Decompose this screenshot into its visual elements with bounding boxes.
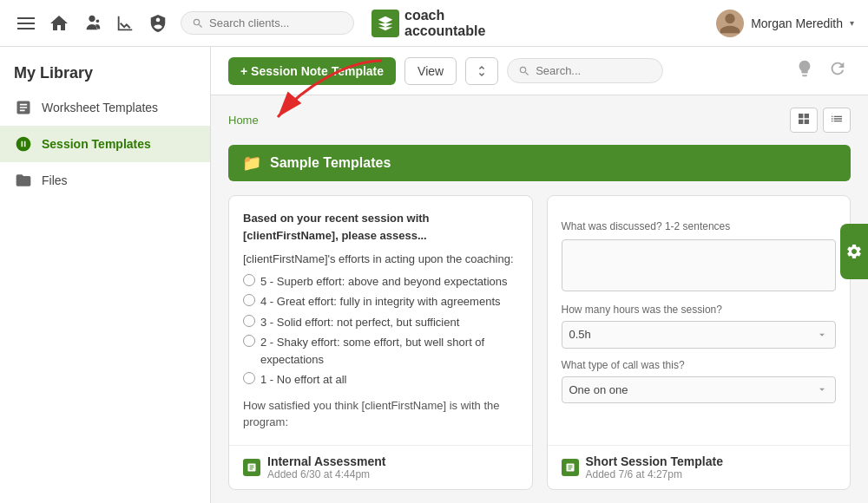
user-name: Morgan Meredith [751, 16, 843, 30]
radio-option-2: 4 - Great effort: fully in integrity wit… [243, 293, 518, 310]
card-body-internal: Based on your recent session with [clien… [229, 196, 532, 445]
option-text: 1 - No effort at all [260, 371, 346, 389]
radio-circle [243, 274, 255, 286]
sort-button[interactable] [465, 57, 498, 85]
user-profile[interactable]: Morgan Meredith ▾ [716, 10, 854, 37]
main-content: + Session Note Template View [211, 47, 868, 503]
call-type-select: One on one [562, 376, 837, 404]
view-button[interactable]: View [404, 57, 457, 85]
field-label-2: How many hours was the session? [562, 302, 837, 317]
template-icon [243, 459, 260, 476]
card-body-short-session: What was discussed? 1-2 sentences How ma… [548, 196, 851, 445]
svg-rect-2 [17, 28, 35, 29]
radio-circle [243, 294, 255, 306]
files-label: Files [42, 173, 68, 187]
brand-text: coach accountable [404, 8, 485, 38]
top-nav: coach accountable Morgan Meredith ▾ [0, 0, 868, 47]
toolbar-icon-group [792, 56, 851, 86]
template-search-input[interactable] [536, 64, 640, 77]
option-text: 4 - Great effort: fully in integrity wit… [260, 293, 501, 310]
avatar [716, 10, 744, 37]
radio-circle [243, 372, 255, 384]
sidebar-item-worksheet-templates[interactable]: Worksheet Templates [0, 89, 210, 126]
card-footer-short-session: Short Session Template Added 7/6 at 4:27… [548, 445, 851, 489]
breadcrumb-home[interactable]: Home [228, 114, 259, 127]
option-text: 5 - Superb effort: above and beyond expe… [260, 273, 508, 291]
folder-label: Sample Templates [270, 155, 391, 171]
radio-option-3: 3 - Solid effort: not perfect, but suffi… [243, 314, 518, 331]
card-question: Based on your recent session with [clien… [243, 210, 518, 244]
card-footer-internal: Internal Assessment Added 6/30 at 4:44pm [229, 445, 532, 489]
badge-icon[interactable] [146, 11, 170, 36]
sidebar-item-session-templates[interactable]: Session Templates [0, 126, 210, 162]
files-icon [14, 171, 33, 190]
list-view-button[interactable] [823, 108, 851, 133]
lightbulb-icon[interactable] [792, 56, 818, 86]
card-info-2: Short Session Template Added 7/6 at 4:27… [586, 454, 723, 480]
field-label-3: What type of call was this? [562, 357, 837, 373]
short-session-card: What was discussed? 1-2 sentences How ma… [547, 195, 852, 490]
card-date: Added 6/30 at 4:44pm [267, 468, 385, 480]
home-icon[interactable] [47, 11, 71, 36]
worksheet-templates-label: Worksheet Templates [42, 101, 158, 114]
content-toolbar: + Session Note Template View [211, 47, 868, 95]
sidebar-title: My Library [0, 54, 210, 89]
radio-circle [243, 335, 255, 347]
client-search-input[interactable] [209, 16, 331, 29]
session-icon [14, 134, 33, 154]
radio-option-4: 2 - Shaky effort: some effort, but well … [243, 334, 518, 368]
menu-icon[interactable] [14, 11, 38, 36]
sub-label: [clientFirstName]'s efforts in acting up… [243, 251, 518, 268]
svg-rect-1 [17, 23, 35, 24]
card-date-2: Added 7/6 at 4:27pm [586, 468, 723, 480]
radio-option-5: 1 - No effort at all [243, 371, 518, 389]
field-label-1: What was discussed? 1-2 sentences [562, 219, 837, 234]
template-icon-2 [562, 459, 579, 476]
client-search[interactable] [181, 11, 354, 35]
breadcrumb: Home [228, 108, 851, 133]
worksheet-icon [14, 98, 33, 117]
brand-logo: coach accountable [372, 8, 485, 38]
sidebar: My Library Worksheet Templates Session T… [0, 47, 211, 503]
option-text: 3 - Solid effort: not perfect, but suffi… [260, 314, 459, 331]
hours-input: 0.5h [562, 321, 837, 349]
option-text: 2 - Shaky effort: some effort, but well … [260, 334, 518, 368]
main-layout: My Library Worksheet Templates Session T… [0, 47, 868, 503]
footer-bottom-text: How satisfied you think [clientFirstName… [243, 397, 518, 431]
content-body: Home 📁 Sample Templates [211, 95, 868, 502]
radio-option-1: 5 - Superb effort: above and beyond expe… [243, 273, 518, 291]
svg-rect-0 [17, 17, 35, 19]
radio-circle [243, 315, 255, 327]
templates-grid: Based on your recent session with [clien… [228, 195, 851, 490]
card-title: Internal Assessment [267, 454, 385, 468]
sidebar-item-files[interactable]: Files [0, 162, 210, 199]
nav-icon-group [14, 11, 170, 36]
card-info: Internal Assessment Added 6/30 at 4:44pm [267, 454, 385, 480]
folder-icon: 📁 [242, 154, 261, 173]
chart-icon[interactable] [113, 11, 137, 36]
brand-icon [372, 10, 399, 37]
template-search[interactable] [507, 58, 663, 83]
chevron-down-icon: ▾ [850, 18, 854, 28]
gear-overlay[interactable] [840, 224, 868, 279]
refresh-icon[interactable] [825, 56, 851, 86]
gear-icon [845, 243, 863, 260]
session-templates-label: Session Templates [42, 137, 151, 151]
grid-view-button[interactable] [790, 108, 818, 133]
card-title-2: Short Session Template [586, 454, 723, 468]
org-icon[interactable] [80, 11, 104, 36]
add-session-template-button[interactable]: + Session Note Template [228, 57, 396, 85]
textarea-mock [562, 239, 837, 291]
breadcrumb-view-icons [790, 108, 851, 133]
sample-templates-folder[interactable]: 📁 Sample Templates [228, 145, 851, 181]
internal-assessment-card: Based on your recent session with [clien… [228, 195, 533, 490]
